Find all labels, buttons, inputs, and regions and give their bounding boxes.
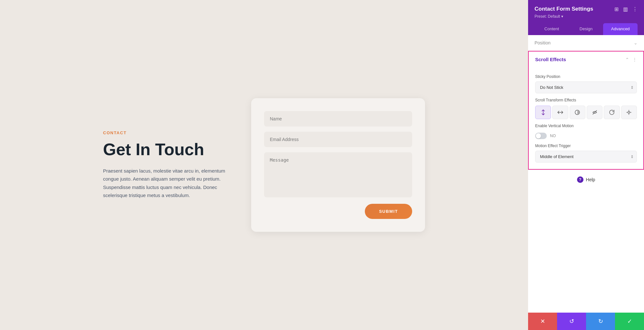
panel-header: Contact Form Settings ⊞ ▥ ⋮ Preset: Defa… bbox=[528, 0, 644, 35]
submit-button[interactable]: SUBMIT bbox=[365, 204, 412, 219]
motion-trigger-wrapper: Middle of Element Top of Element Bottom … bbox=[535, 151, 637, 163]
scale-icon-btn[interactable] bbox=[621, 106, 637, 119]
toggle-thumb bbox=[536, 133, 541, 138]
help-text: Help bbox=[586, 177, 595, 182]
more-options-icon[interactable]: ⋮ bbox=[632, 57, 637, 62]
scroll-effects-title: Scroll Effects bbox=[535, 57, 566, 62]
sticky-position-label: Sticky Position bbox=[535, 74, 637, 79]
transform-icons-row bbox=[535, 106, 637, 119]
undo-button[interactable]: ↺ bbox=[557, 313, 586, 330]
panel-tabs: Content Design Advanced bbox=[535, 23, 638, 35]
settings-panel: Contact Form Settings ⊞ ▥ ⋮ Preset: Defa… bbox=[528, 0, 644, 330]
rotate-icon-btn[interactable] bbox=[604, 106, 620, 119]
message-field-wrapper bbox=[264, 152, 412, 199]
contact-form-card: SUBMIT bbox=[251, 98, 425, 232]
toggle-label: NO bbox=[550, 134, 556, 138]
scroll-effects-body: Sticky Position Do Not Stick Stick to To… bbox=[529, 67, 643, 169]
body-text: Praesent sapien lacus, molestie vitae ar… bbox=[103, 167, 225, 200]
position-section[interactable]: Position ⌄ bbox=[528, 35, 644, 51]
transform-effects-label: Scroll Transform Effects bbox=[535, 98, 637, 102]
panel-header-icons: ⊞ ▥ ⋮ bbox=[614, 6, 638, 12]
panel-title: Contact Form Settings bbox=[535, 6, 593, 12]
panel-body: Position ⌄ Scroll Effects ⌃ ⋮ Sticky Pos… bbox=[528, 35, 644, 313]
motion-trigger-select[interactable]: Middle of Element Top of Element Bottom … bbox=[535, 151, 637, 163]
name-field-wrapper bbox=[264, 111, 412, 127]
sticky-position-wrapper: Do Not Stick Stick to Top Stick to Botto… bbox=[535, 81, 637, 93]
cancel-button[interactable]: ✕ bbox=[528, 313, 557, 330]
focus-icon[interactable]: ⊞ bbox=[614, 6, 619, 12]
chevron-down-icon: ⌄ bbox=[634, 40, 638, 45]
name-input[interactable] bbox=[264, 111, 412, 127]
tab-design[interactable]: Design bbox=[569, 23, 603, 35]
redo-button[interactable]: ↻ bbox=[586, 313, 615, 330]
action-bar: ✕ ↺ ↻ ✓ bbox=[528, 313, 644, 330]
chevron-up-icon[interactable]: ⌃ bbox=[625, 57, 629, 62]
scroll-effects-section: Scroll Effects ⌃ ⋮ Sticky Position Do No… bbox=[528, 51, 644, 170]
svg-point-1 bbox=[628, 111, 630, 113]
main-heading: Get In Touch bbox=[103, 140, 225, 159]
horizontal-motion-icon-btn[interactable] bbox=[552, 106, 568, 119]
vertical-motion-toggle[interactable] bbox=[535, 133, 547, 139]
vertical-motion-toggle-row: NO bbox=[535, 133, 637, 139]
vertical-motion-icon-btn[interactable] bbox=[535, 106, 551, 119]
scroll-effects-icons: ⌃ ⋮ bbox=[625, 57, 637, 62]
motion-trigger-label: Motion Effect Trigger bbox=[535, 144, 637, 148]
layout-icon[interactable]: ▥ bbox=[623, 6, 628, 12]
save-button[interactable]: ✓ bbox=[615, 313, 644, 330]
text-section: CONTACT Get In Touch Praesent sapien lac… bbox=[103, 130, 225, 199]
more-icon[interactable]: ⋮ bbox=[632, 6, 638, 12]
email-field-wrapper bbox=[264, 132, 412, 147]
position-label: Position bbox=[535, 40, 551, 45]
help-section[interactable]: ? Help bbox=[528, 170, 644, 189]
preset-selector[interactable]: Preset: Default ▾ bbox=[535, 14, 638, 19]
sticky-position-select[interactable]: Do Not Stick Stick to Top Stick to Botto… bbox=[535, 81, 637, 93]
tab-content[interactable]: Content bbox=[535, 23, 569, 35]
vertical-motion-field-label: Enable Vertical Motion bbox=[535, 124, 637, 128]
email-input[interactable] bbox=[264, 132, 412, 147]
canvas: CONTACT Get In Touch Praesent sapien lac… bbox=[0, 0, 528, 330]
contact-label: CONTACT bbox=[103, 130, 225, 135]
scroll-effects-header: Scroll Effects ⌃ ⋮ bbox=[529, 52, 643, 67]
fade-icon-btn[interactable] bbox=[570, 106, 585, 119]
tab-advanced[interactable]: Advanced bbox=[603, 23, 638, 35]
message-input[interactable] bbox=[264, 152, 412, 197]
help-icon: ? bbox=[577, 176, 583, 183]
blur-icon-btn[interactable] bbox=[587, 106, 602, 119]
